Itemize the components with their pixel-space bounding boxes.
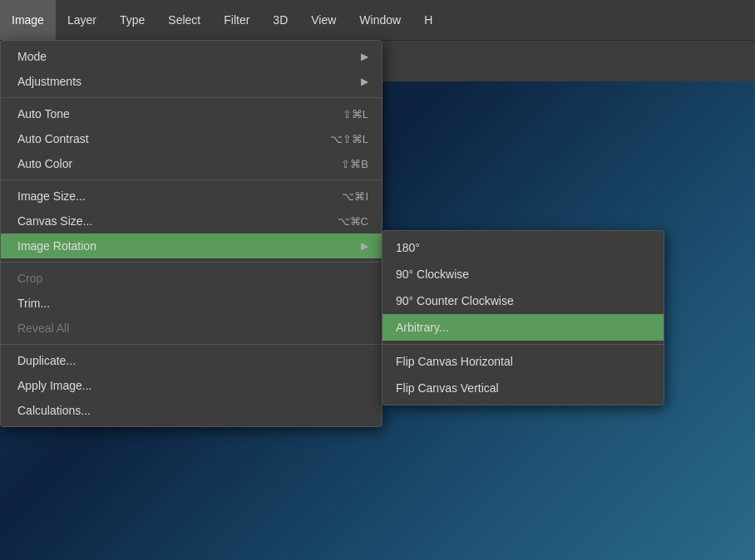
submenu-item-90ccw[interactable]: 90° Counter Clockwise (382, 287, 664, 314)
shortcut-auto-contrast: ⌥⇧⌘L (330, 133, 368, 145)
menu-item-auto-contrast-label: Auto Contrast (17, 132, 89, 145)
menu-item-reveal-all-label: Reveal All (17, 322, 69, 335)
menu-item-adjustments[interactable]: Adjustments ▶ (1, 69, 382, 94)
menubar-item-view[interactable]: View (299, 0, 348, 40)
menu-item-reveal-all: Reveal All (1, 316, 382, 341)
menu-item-canvas-size-label: Canvas Size... (17, 214, 92, 228)
submenu-item-flip-v-label: Flip Canvas Vertical (396, 381, 499, 395)
shortcut-image-size: ⌥⌘I (342, 190, 368, 203)
submenu-item-90cw-label: 90° Clockwise (396, 268, 469, 281)
menu-item-canvas-size[interactable]: Canvas Size... ⌥⌘C (1, 209, 382, 233)
menu-item-crop: Crop (1, 266, 382, 291)
separator-3 (1, 262, 382, 263)
submenu-item-180[interactable]: 180° (382, 234, 664, 261)
shortcut-auto-color: ⇧⌘B (341, 158, 368, 170)
menubar-item-select[interactable]: Select (156, 0, 212, 40)
submenu-item-arbitrary[interactable]: Arbitrary... (382, 314, 664, 341)
menu-item-trim-label: Trim... (17, 297, 50, 310)
submenu-separator (382, 344, 664, 345)
submenu-item-flip-h-label: Flip Canvas Horizontal (396, 355, 513, 368)
menubar-item-window[interactable]: Window (348, 0, 412, 40)
shortcut-canvas-size: ⌥⌘C (338, 215, 368, 228)
rotation-submenu: 180° 90° Clockwise 90° Counter Clockwise… (382, 230, 664, 405)
menu-item-adjustments-label: Adjustments (17, 75, 81, 88)
submenu-arrow-mode: ▶ (361, 51, 368, 62)
submenu-item-flip-h[interactable]: Flip Canvas Horizontal (382, 348, 664, 375)
submenu-item-flip-v[interactable]: Flip Canvas Vertical (382, 375, 664, 401)
separator-1 (1, 97, 382, 98)
menu-item-calculations[interactable]: Calculations... (1, 398, 382, 423)
submenu-item-90ccw-label: 90° Counter Clockwise (396, 294, 514, 307)
menu-item-image-rotation[interactable]: Image Rotation ▶ 180° 90° Clockwise 90° … (1, 233, 382, 258)
menubar-item-filter[interactable]: Filter (212, 0, 261, 40)
submenu-item-90cw[interactable]: 90° Clockwise (382, 261, 664, 287)
menubar: Image Layer Type Select Filter 3D View W… (0, 0, 755, 40)
menu-item-image-rotation-label: Image Rotation (17, 239, 96, 253)
menubar-item-image[interactable]: Image (0, 0, 56, 40)
submenu-arrow-rotation: ▶ (361, 240, 368, 252)
menu-item-auto-tone[interactable]: Auto Tone ⇧⌘L (1, 101, 382, 126)
menubar-item-layer[interactable]: Layer (56, 0, 108, 40)
menu-item-auto-tone-label: Auto Tone (17, 107, 70, 120)
menu-item-duplicate-label: Duplicate... (17, 354, 76, 367)
menu-item-auto-color[interactable]: Auto Color ⇧⌘B (1, 151, 382, 176)
menu-item-mode[interactable]: Mode ▶ (1, 44, 382, 69)
menubar-item-3d[interactable]: 3D (261, 0, 299, 40)
submenu-arrow-adjustments: ▶ (361, 76, 368, 87)
menu-item-trim[interactable]: Trim... (1, 291, 382, 316)
menu-item-crop-label: Crop (17, 272, 42, 285)
image-dropdown-menu: Mode ▶ Adjustments ▶ Auto Tone ⇧⌘L Auto … (0, 40, 382, 427)
menu-item-apply-image[interactable]: Apply Image... (1, 373, 382, 398)
shortcut-auto-tone: ⇧⌘L (343, 108, 368, 120)
menu-item-image-size[interactable]: Image Size... ⌥⌘I (1, 184, 382, 209)
separator-2 (1, 179, 382, 180)
menu-item-apply-image-label: Apply Image... (17, 379, 92, 392)
menu-item-image-size-label: Image Size... (17, 189, 86, 203)
menu-item-auto-contrast[interactable]: Auto Contrast ⌥⇧⌘L (1, 126, 382, 151)
menu-item-mode-label: Mode (17, 50, 47, 63)
menubar-item-help[interactable]: H (412, 0, 444, 40)
menubar-item-type[interactable]: Type (108, 0, 156, 40)
menu-item-calculations-label: Calculations... (17, 404, 91, 417)
menu-item-duplicate[interactable]: Duplicate... (1, 348, 382, 373)
submenu-item-180-label: 180° (396, 241, 420, 254)
submenu-item-arbitrary-label: Arbitrary... (396, 321, 449, 334)
menu-item-auto-color-label: Auto Color (17, 157, 72, 170)
separator-4 (1, 344, 382, 345)
